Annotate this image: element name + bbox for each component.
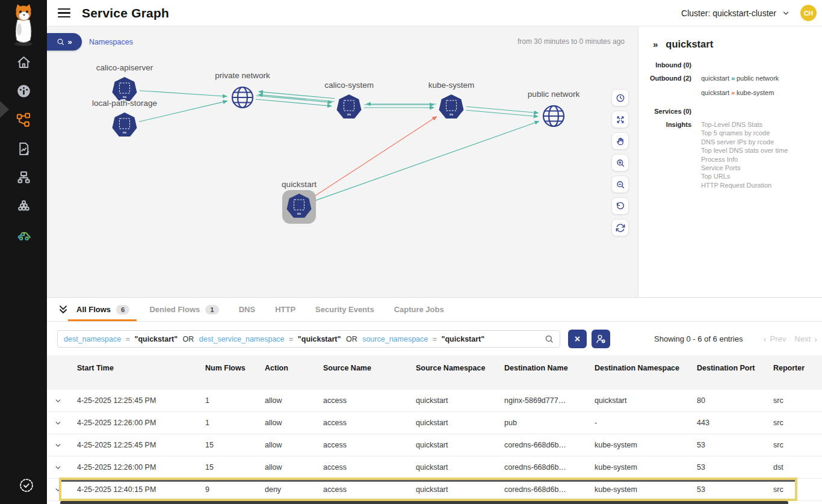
sidebar-item-dashboard[interactable] xyxy=(14,82,32,100)
cluster-icon xyxy=(16,198,32,215)
expand-button[interactable] xyxy=(611,111,629,128)
clear-filter-button[interactable]: × xyxy=(568,330,587,348)
insight-link[interactable]: Top-Level DNS Stats xyxy=(701,120,788,129)
hamburger-menu-button[interactable] xyxy=(58,8,70,18)
table-cell: quickstart xyxy=(416,396,504,405)
edge-calico-system-to-private-network[interactable] xyxy=(259,91,335,98)
sidebar-item-network[interactable] xyxy=(14,168,32,186)
tab-capture-jobs[interactable]: Capture Jobs xyxy=(394,298,444,321)
collapse-flows-icon[interactable] xyxy=(57,304,69,316)
tab-badge: 6 xyxy=(116,305,129,315)
tab-http[interactable]: HTTP xyxy=(275,298,295,321)
search-icon xyxy=(57,38,64,46)
panel-section-label: Services (0) xyxy=(638,107,691,116)
graph-node-public-network[interactable]: public network xyxy=(528,90,580,126)
table-row[interactable]: 4-25-2025 12:26:00 PM1allowaccessquickst… xyxy=(47,412,822,434)
filter-settings-button[interactable] xyxy=(592,330,610,348)
next-page-button[interactable]: Next› xyxy=(794,334,817,343)
insight-link[interactable]: Top level DNS stats over time xyxy=(701,146,788,155)
node-label: quickstart xyxy=(282,180,317,189)
graph-search-button[interactable]: » xyxy=(47,33,82,51)
zoom-in-button[interactable] xyxy=(611,154,629,171)
node-label: calico-system xyxy=(324,81,374,90)
sidebar-item-service-graph[interactable] xyxy=(14,111,32,129)
zoom-out-button[interactable] xyxy=(611,176,629,193)
filter-token-field: dest_service_namespace xyxy=(199,335,285,343)
graph-node-kube-system[interactable]: nskube-system xyxy=(428,81,475,118)
tab-dns[interactable]: DNS xyxy=(239,298,255,321)
row-expand-chevron-icon[interactable] xyxy=(47,464,77,472)
node-label: private network xyxy=(215,71,270,80)
tab-all-flows[interactable]: All Flows6 xyxy=(76,298,129,321)
panel-collapse-icon[interactable]: » xyxy=(653,39,658,49)
time-range-label: from 30 minutes to 0 minutes ago xyxy=(518,37,625,46)
service-graph-app: Service Graph Cluster: quickstart-cluste… xyxy=(0,0,822,504)
edge-kube-system-to-public-network[interactable] xyxy=(466,106,538,113)
insight-link[interactable]: Process Info xyxy=(701,155,788,164)
insight-link[interactable]: Top 5 qnames by rcode xyxy=(701,129,788,137)
horizontal-scrollbar[interactable] xyxy=(60,501,788,504)
edge-quickstart-to-public-network[interactable] xyxy=(314,121,539,201)
edge-kube-system-to-public-network[interactable] xyxy=(466,110,538,117)
sidebar-item-home[interactable] xyxy=(14,53,32,71)
column-header[interactable]: Destination Name xyxy=(504,355,595,390)
row-expand-chevron-icon[interactable] xyxy=(47,486,77,494)
table-row[interactable]: 4-25-2025 12:26:00 PM15allowaccessquicks… xyxy=(47,456,822,479)
node-label: calico-apiserver xyxy=(96,63,153,72)
breadcrumb[interactable]: Namespaces xyxy=(89,33,133,51)
node-label: public network xyxy=(528,90,580,99)
service-graph-canvas[interactable]: nscalico-apiservernslocal-path-storagepr… xyxy=(47,26,638,297)
table-cell: 4-25-2025 12:40:15 PM xyxy=(77,485,205,494)
outbound-item[interactable]: quickstart»public network xyxy=(701,74,779,83)
outbound-item[interactable]: quickstart»kube-system xyxy=(701,88,779,97)
graph-node-quickstart[interactable]: nsquickstart xyxy=(282,180,317,224)
graph-node-calico-apiserver[interactable]: nscalico-apiserver xyxy=(96,63,153,101)
column-header[interactable]: Source Namespace xyxy=(416,355,504,390)
table-row[interactable]: 4-25-2025 12:25:45 PM1allowaccessquickst… xyxy=(47,390,822,412)
sidebar-item-cluster[interactable] xyxy=(14,197,32,215)
table-cell: 4-25-2025 12:26:00 PM xyxy=(77,463,205,472)
sidebar-item-car[interactable] xyxy=(14,226,32,244)
tab-security-events[interactable]: Security Events xyxy=(315,298,374,321)
table-row[interactable]: 4-25-2025 12:25:45 PM15allowaccessquicks… xyxy=(47,434,822,456)
filter-token-keyword: OR xyxy=(346,335,357,343)
insight-link[interactable]: Top URLs xyxy=(701,172,788,180)
edge-private-network-to-calico-system[interactable] xyxy=(256,96,332,102)
pan-button[interactable] xyxy=(611,132,629,150)
column-header[interactable]: Source Name xyxy=(323,355,416,390)
verified-seal-icon[interactable] xyxy=(18,477,35,494)
row-expand-chevron-icon[interactable] xyxy=(47,419,77,427)
user-avatar[interactable]: CH xyxy=(800,5,817,21)
cluster-selector[interactable]: Cluster: quickstart-cluster xyxy=(681,8,790,18)
column-header[interactable]: Num Flows xyxy=(205,355,265,390)
edge-quickstart-to-kube-system[interactable] xyxy=(312,117,437,198)
row-expand-chevron-icon[interactable] xyxy=(47,441,77,449)
undo-button[interactable] xyxy=(611,197,629,215)
column-header[interactable]: Destination Namespace xyxy=(595,355,697,390)
sidebar-item-policies[interactable] xyxy=(14,140,32,158)
column-header[interactable]: Start Time xyxy=(77,355,205,390)
avatar-initials: CH xyxy=(804,10,813,17)
svg-text:ns: ns xyxy=(297,212,301,215)
insight-link[interactable]: Service Ports xyxy=(701,164,788,172)
column-header[interactable]: Action xyxy=(265,355,323,390)
tab-badge: 1 xyxy=(205,305,218,315)
insight-link[interactable]: HTTP Request Duration xyxy=(701,181,788,189)
table-row-highlighted[interactable]: 4-25-2025 12:40:15 PM9denyaccessquicksta… xyxy=(47,479,822,501)
clock-button[interactable] xyxy=(611,89,629,106)
edge-calico-apiserver-to-private-network[interactable] xyxy=(140,91,227,97)
refresh-button[interactable] xyxy=(611,219,629,236)
pan-icon xyxy=(616,137,625,146)
flows-table-header: Start TimeNum FlowsActionSource NameSour… xyxy=(47,355,822,390)
prev-page-button[interactable]: ‹Prev xyxy=(764,334,786,343)
showing-entries-label: Showing 0 - 6 of 6 entries xyxy=(654,334,743,343)
insight-link[interactable]: DNS server IPs by rcode xyxy=(701,138,788,146)
flow-filter-input[interactable]: dest_namespace = "quickstart" OR dest_se… xyxy=(57,330,560,348)
row-expand-chevron-icon[interactable] xyxy=(47,397,77,405)
graph-node-calico-system[interactable]: nscalico-system xyxy=(324,81,374,118)
column-header[interactable]: Destination Port xyxy=(697,355,773,390)
column-header[interactable]: Reporter xyxy=(773,355,822,390)
tab-denied-flows[interactable]: Denied Flows1 xyxy=(149,298,218,321)
graph-node-local-path-storage[interactable]: nslocal-path-storage xyxy=(92,99,157,137)
table-cell: access xyxy=(323,419,416,427)
